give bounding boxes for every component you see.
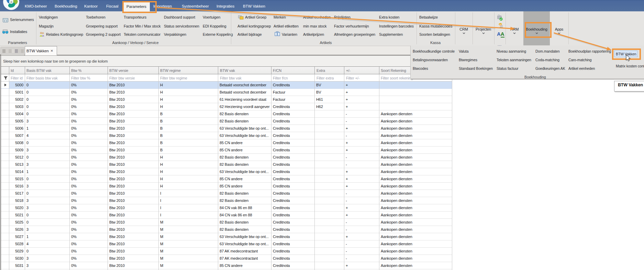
svg-text:a: a: [10, 0, 12, 4]
